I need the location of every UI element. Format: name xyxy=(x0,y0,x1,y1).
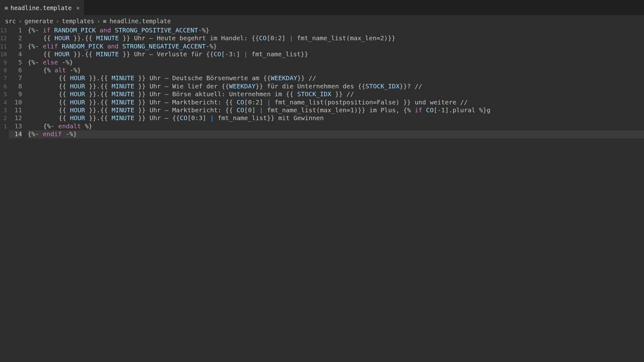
line-number: 13 xyxy=(9,122,22,130)
breadcrumb-part[interactable]: generate xyxy=(25,18,53,25)
code-line[interactable]: {{ HOUR }}.{{ MINUTE }} Uhr – Heute bege… xyxy=(28,34,644,42)
diff-line-number xyxy=(0,130,9,138)
code-area[interactable]: {%- if RANDOM_PICK and STRONG_POSITIVE_A… xyxy=(28,26,644,138)
line-number: 12 xyxy=(9,114,22,122)
code-line[interactable]: {% alt -%} xyxy=(28,66,644,74)
chevron-right-icon: › xyxy=(96,18,101,25)
diff-line-number: 7 xyxy=(0,74,9,82)
diff-line-number: 9 xyxy=(0,58,9,66)
code-line[interactable]: {{ HOUR }}.{{ MINUTE }} Uhr – Marktberic… xyxy=(28,98,644,106)
code-line[interactable]: {{ HOUR }}.{{ MINUTE }} Uhr – Marktberic… xyxy=(28,106,644,114)
code-line[interactable]: {%- elif RANDOM_PICK and STRONG_NEGATIVE… xyxy=(28,42,644,50)
line-gutter: 1234567891011121314 xyxy=(9,26,28,138)
tab-label: headline.template xyxy=(10,4,71,11)
code-line[interactable]: {%- endalt %} xyxy=(28,122,644,130)
line-number: 2 xyxy=(9,34,22,42)
editor[interactable]: 13121110987654321 1234567891011121314 {%… xyxy=(0,26,644,138)
line-number: 7 xyxy=(9,74,22,82)
line-number: 14 xyxy=(9,130,22,138)
tab-headline-template[interactable]: ≡ headline.template × xyxy=(0,0,84,15)
line-number: 4 xyxy=(9,50,22,58)
code-line[interactable]: {{ HOUR }}.{{ MINUTE }} Uhr – Verluste f… xyxy=(28,50,644,58)
file-icon: ≡ xyxy=(103,18,106,25)
file-icon: ≡ xyxy=(4,4,8,11)
line-number: 10 xyxy=(9,98,22,106)
chevron-right-icon: › xyxy=(18,18,22,25)
code-line[interactable]: {{ HOUR }}.{{ MINUTE }} Uhr – Deutsche B… xyxy=(28,74,644,82)
line-number: 3 xyxy=(9,42,22,50)
diff-line-number: 12 xyxy=(0,34,9,42)
breadcrumb-part[interactable]: templates xyxy=(62,18,94,25)
diff-line-number: 6 xyxy=(0,82,9,90)
diff-line-number: 3 xyxy=(0,106,9,114)
code-line[interactable]: {{ HOUR }}.{{ MINUTE }} Uhr – Wie lief d… xyxy=(28,82,644,90)
line-number: 5 xyxy=(9,58,22,66)
breadcrumb-part[interactable]: src xyxy=(5,18,16,25)
breadcrumb[interactable]: src › generate › templates › ≡ headline.… xyxy=(0,15,644,26)
diff-line-number: 11 xyxy=(0,42,9,50)
line-number: 8 xyxy=(9,82,22,90)
line-number: 1 xyxy=(9,26,22,34)
diff-gutter: 13121110987654321 xyxy=(0,26,9,138)
diff-line-number: 8 xyxy=(0,66,9,74)
close-icon[interactable]: × xyxy=(76,4,80,11)
code-line[interactable]: {{ HOUR }}.{{ MINUTE }} Uhr – Börse aktu… xyxy=(28,90,644,98)
code-line[interactable]: {%- if RANDOM_PICK and STRONG_POSITIVE_A… xyxy=(28,26,644,34)
code-line[interactable]: {%- endif -%} xyxy=(28,130,644,138)
code-line[interactable]: {%- else -%} xyxy=(28,58,644,66)
line-number: 11 xyxy=(9,106,22,114)
code-line[interactable]: {{ HOUR }}.{{ MINUTE }} Uhr – {{CO[0:3] … xyxy=(28,114,644,122)
diff-line-number: 1 xyxy=(0,122,9,130)
diff-line-number: 10 xyxy=(0,50,9,58)
tab-bar: ≡ headline.template × xyxy=(0,0,644,15)
diff-line-number: 5 xyxy=(0,90,9,98)
breadcrumb-part[interactable]: headline.template xyxy=(110,18,171,25)
diff-line-number: 13 xyxy=(0,26,9,34)
chevron-right-icon: › xyxy=(55,18,60,25)
diff-line-number: 4 xyxy=(0,98,9,106)
line-number: 6 xyxy=(9,66,22,74)
diff-line-number: 2 xyxy=(0,114,9,122)
line-number: 9 xyxy=(9,90,22,98)
